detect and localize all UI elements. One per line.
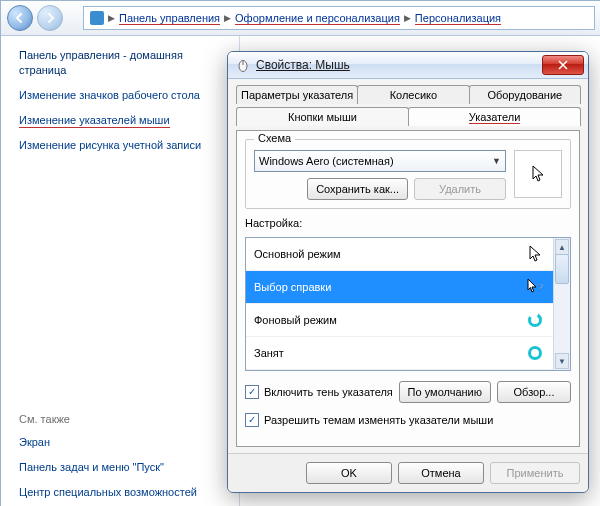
sidebar-link-screen[interactable]: Экран	[19, 435, 229, 450]
use-default-button[interactable]: По умолчанию	[399, 381, 491, 403]
scrollbar[interactable]: ▲ ▼	[553, 238, 570, 370]
sidebar: Панель управления - домашняя страница Из…	[1, 36, 240, 506]
scheme-value: Windows Aero (системная)	[259, 155, 394, 167]
customize-label: Настройка:	[245, 217, 571, 229]
busy-cursor-icon	[525, 345, 545, 361]
chevron-right-icon: ▶	[224, 13, 231, 23]
breadcrumb[interactable]: Панель управления	[119, 12, 220, 25]
list-item[interactable]: Основной режим	[246, 238, 553, 271]
forward-button[interactable]	[37, 5, 63, 31]
breadcrumb[interactable]: Персонализация	[415, 12, 501, 25]
scheme-legend: Схема	[254, 132, 295, 144]
address-bar[interactable]: ▶ Панель управления ▶ Оформление и персо…	[83, 6, 595, 30]
list-item[interactable]: Фоновый режим	[246, 304, 553, 337]
list-item-label: Выбор справки	[254, 281, 331, 293]
chevron-right-icon: ▶	[108, 13, 115, 23]
scroll-thumb[interactable]	[555, 254, 569, 284]
list-item-selected[interactable]: Выбор справки ?	[246, 271, 553, 304]
working-cursor-icon	[525, 312, 545, 328]
apply-button: Применить	[490, 462, 580, 484]
sidebar-link-ease-of-access[interactable]: Центр специальных возможностей	[19, 485, 229, 500]
scheme-preview	[514, 150, 562, 198]
save-as-button[interactable]: Сохранить как...	[307, 178, 408, 200]
list-item-label: Фоновый режим	[254, 314, 337, 326]
arrow-left-icon	[14, 12, 26, 24]
svg-point-4	[530, 348, 541, 359]
back-button[interactable]	[7, 5, 33, 31]
sidebar-link-taskbar[interactable]: Панель задач и меню "Пуск"	[19, 460, 229, 475]
sidebar-link-mouse-pointers[interactable]: Изменение указателей мыши	[19, 113, 170, 129]
control-panel-icon	[90, 11, 104, 25]
nav-bar: ▶ Панель управления ▶ Оформление и персо…	[1, 1, 600, 36]
arrow-right-icon	[44, 12, 56, 24]
dialog-body: Параметры указателя Колесико Оборудовани…	[228, 79, 588, 453]
dialog-title: Свойства: Мышь	[256, 58, 350, 72]
window: ▶ Панель управления ▶ Оформление и персо…	[0, 0, 600, 506]
allow-themes-label: Разрешить темам изменять указатели мыши	[264, 414, 493, 426]
list-item[interactable]: Занят	[246, 337, 553, 370]
mouse-icon	[236, 58, 250, 72]
list-item-label: Занят	[254, 347, 284, 359]
chevron-down-icon: ▼	[492, 156, 501, 166]
delete-button: Удалить	[414, 178, 506, 200]
svg-point-3	[530, 315, 541, 326]
help-cursor-icon: ?	[525, 278, 545, 296]
browse-button[interactable]: Обзор...	[497, 381, 571, 403]
enable-shadow-label: Включить тень указателя	[264, 386, 393, 398]
cursor-list: Основной режим Выбор справки ? Фоновый р…	[245, 237, 571, 371]
tab-page-pointers: Схема Windows Aero (системная) ▼ Сохрани…	[236, 130, 580, 447]
sidebar-link-desktop-icons[interactable]: Изменение значков рабочего стола	[19, 88, 229, 103]
tab-row-2: Кнопки мыши Указатели	[236, 107, 580, 126]
cancel-button[interactable]: Отмена	[398, 462, 484, 484]
tab-hardware[interactable]: Оборудование	[469, 85, 581, 104]
scheme-group: Схема Windows Aero (системная) ▼ Сохрани…	[245, 139, 571, 209]
sidebar-link-account-picture[interactable]: Изменение рисунка учетной записи	[19, 138, 229, 153]
dialog-footer: OK Отмена Применить	[228, 453, 588, 492]
tab-buttons[interactable]: Кнопки мыши	[236, 107, 409, 126]
tab-pointers[interactable]: Указатели	[408, 107, 581, 126]
allow-themes-checkbox[interactable]: ✓	[245, 413, 259, 427]
arrow-cursor-icon	[525, 245, 545, 263]
sidebar-home-link[interactable]: Панель управления - домашняя страница	[19, 48, 229, 78]
tab-wheel[interactable]: Колесико	[357, 85, 469, 104]
scheme-combobox[interactable]: Windows Aero (системная) ▼	[254, 150, 506, 172]
breadcrumb[interactable]: Оформление и персонализация	[235, 12, 400, 25]
svg-text:?: ?	[538, 282, 543, 292]
see-also-label: См. также	[19, 413, 229, 425]
list-item-label: Основной режим	[254, 248, 341, 260]
tab-row-1: Параметры указателя Колесико Оборудовани…	[236, 85, 580, 104]
close-icon	[558, 60, 568, 70]
dialog-titlebar[interactable]: Свойства: Мышь	[228, 52, 588, 79]
scroll-up-button[interactable]: ▲	[555, 239, 569, 255]
enable-shadow-checkbox[interactable]: ✓	[245, 385, 259, 399]
arrow-cursor-icon	[531, 165, 545, 183]
shadow-row: ✓ Включить тень указателя По умолчанию О…	[245, 381, 571, 403]
chevron-right-icon: ▶	[404, 13, 411, 23]
themes-row: ✓ Разрешить темам изменять указатели мыш…	[245, 413, 571, 427]
mouse-properties-dialog: Свойства: Мышь Параметры указателя Колес…	[227, 51, 589, 493]
scroll-down-button[interactable]: ▼	[555, 353, 569, 369]
tab-pointer-options[interactable]: Параметры указателя	[236, 85, 358, 104]
close-button[interactable]	[542, 55, 584, 75]
ok-button[interactable]: OK	[306, 462, 392, 484]
